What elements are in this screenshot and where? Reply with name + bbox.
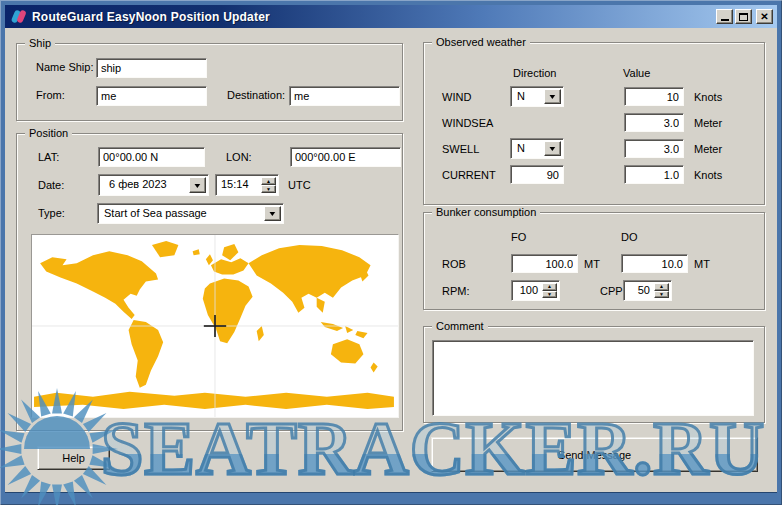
from-label: From: [36, 89, 65, 101]
send-message-button-label: Send Message [558, 449, 631, 461]
wind-label: WIND [442, 91, 471, 103]
comment-legend: Comment [432, 320, 488, 333]
direction-header: Direction [513, 67, 556, 79]
fo-rob-input[interactable] [511, 254, 578, 273]
minimize-icon [721, 19, 729, 21]
type-label: Type: [38, 207, 65, 219]
lon-label: LON: [226, 151, 252, 163]
bunker-legend: Bunker consumption [432, 206, 540, 219]
date-dropdown-button[interactable]: ▼ [189, 177, 206, 193]
date-dropdown[interactable]: 6 фев 2023 ▼ [98, 174, 209, 196]
current-label: CURRENT [442, 169, 496, 181]
cpp-value: 50 [624, 281, 654, 300]
comment-textarea[interactable] [432, 340, 754, 416]
wind-direction-dropdown[interactable]: N ▼ [510, 86, 564, 107]
rpm-spinner[interactable]: 100 ▲▼ [511, 280, 560, 301]
do-rob-input[interactable] [621, 254, 688, 273]
spin-down-icon[interactable]: ▼ [654, 291, 669, 299]
lat-input[interactable] [98, 147, 205, 167]
fo-header: FO [511, 231, 526, 243]
help-button[interactable]: Help [37, 446, 110, 470]
destination-input[interactable] [289, 86, 400, 106]
destination-label: Destination: [227, 89, 285, 101]
windsea-unit-label: Meter [694, 117, 722, 129]
chevron-down-icon: ▼ [193, 182, 203, 189]
ship-group: Ship Name Ship: From: Destination: [16, 43, 403, 121]
type-value: Start of Sea passage [98, 204, 264, 223]
swell-label: SWELL [442, 143, 479, 155]
position-group-legend: Position [25, 127, 72, 140]
window-title: RouteGuard EasyNoon Position Updater [32, 10, 270, 24]
chevron-down-icon: ▼ [548, 145, 558, 152]
date-label: Date: [38, 179, 64, 191]
world-map[interactable] [31, 234, 399, 418]
rpm-value: 100 [512, 281, 542, 300]
spin-up-icon[interactable]: ▲ [261, 177, 276, 185]
wind-direction-value: N [511, 87, 544, 106]
from-input[interactable] [96, 86, 207, 106]
swell-direction-dropdown[interactable]: N ▼ [510, 138, 564, 159]
chevron-down-icon: ▼ [548, 93, 558, 100]
rpm-spinner-buttons[interactable]: ▲▼ [542, 283, 557, 298]
time-spinner[interactable]: 15:14 ▲▼ [215, 174, 279, 196]
observed-weather-legend: Observed weather [432, 36, 530, 49]
close-button[interactable]: ✕ [756, 9, 773, 24]
lon-input[interactable] [290, 147, 401, 167]
value-header: Value [623, 67, 650, 79]
wind-unit-label: Knots [694, 91, 722, 103]
type-dropdown[interactable]: Start of Sea passage ▼ [97, 203, 284, 224]
observed-weather-group: Observed weather Direction Value WIND N … [423, 42, 765, 205]
close-icon: ✕ [760, 12, 768, 22]
position-group: Position LAT: LON: Date: 6 фев 2023 ▼ 15… [16, 133, 403, 431]
time-value: 15:14 [216, 175, 261, 195]
spin-down-icon[interactable]: ▼ [542, 291, 557, 299]
app-window: RouteGuard EasyNoon Position Updater ✕ S… [0, 0, 782, 505]
bunker-group: Bunker consumption FO DO ROB MT MT RPM: … [423, 212, 765, 310]
fo-unit-label: MT [584, 258, 600, 270]
windsea-value-input[interactable] [624, 113, 684, 132]
maximize-button[interactable] [735, 9, 752, 24]
titlebar[interactable]: RouteGuard EasyNoon Position Updater ✕ [5, 5, 777, 28]
lat-label: LAT: [38, 151, 59, 163]
cpp-spinner[interactable]: 50 ▲▼ [623, 280, 672, 301]
swell-direction-dropdown-button[interactable]: ▼ [544, 141, 561, 156]
swell-unit-label: Meter [694, 143, 722, 155]
minimize-button[interactable] [716, 9, 733, 24]
map-land [34, 241, 394, 409]
help-button-label: Help [62, 452, 85, 464]
wind-value-input[interactable] [624, 87, 684, 106]
do-header: DO [621, 231, 638, 243]
client-area: Ship Name Ship: From: Destination: Posit… [5, 28, 777, 493]
chevron-down-icon: ▼ [268, 210, 278, 217]
spin-down-icon[interactable]: ▼ [261, 185, 276, 193]
maximize-icon [739, 13, 748, 21]
swell-direction-value: N [511, 139, 544, 158]
windsea-label: WINDSEA [442, 117, 493, 129]
date-value: 6 фев 2023 [99, 175, 189, 195]
cpp-spinner-buttons[interactable]: ▲▼ [654, 283, 669, 298]
spin-up-icon[interactable]: ▲ [654, 283, 669, 291]
utc-label: UTC [288, 179, 311, 191]
current-direction-input[interactable] [510, 165, 564, 184]
spin-up-icon[interactable]: ▲ [542, 283, 557, 291]
do-unit-label: MT [694, 258, 710, 270]
cpp-label: CPP: [600, 285, 626, 297]
send-message-button[interactable]: Send Message [431, 437, 758, 472]
swell-value-input[interactable] [624, 139, 684, 158]
app-logo-icon [10, 9, 27, 24]
type-dropdown-button[interactable]: ▼ [264, 206, 281, 221]
comment-group: Comment [423, 326, 765, 423]
current-value-input[interactable] [624, 165, 684, 184]
time-spinner-buttons[interactable]: ▲▼ [261, 177, 276, 193]
wind-direction-dropdown-button[interactable]: ▼ [544, 89, 561, 104]
name-ship-label: Name Ship: [36, 61, 93, 73]
ship-group-legend: Ship [25, 37, 55, 50]
current-unit-label: Knots [694, 169, 722, 181]
rpm-label: RPM: [442, 285, 470, 297]
name-ship-input[interactable] [96, 58, 207, 78]
rob-label: ROB [442, 258, 466, 270]
